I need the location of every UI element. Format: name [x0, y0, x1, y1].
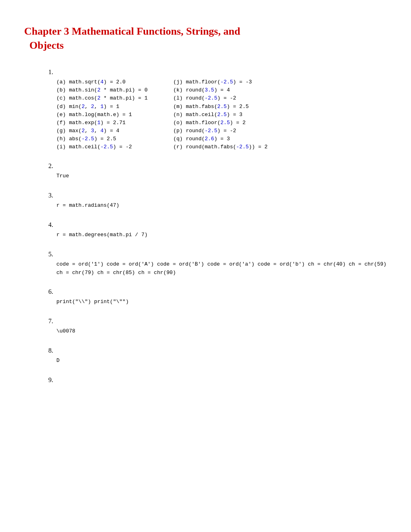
- problem-number-8: 8.: [48, 347, 387, 354]
- problem-number-6: 6.: [48, 288, 387, 295]
- problem-number-7: 7.: [48, 318, 387, 325]
- problem-2: 2. True: [48, 162, 387, 181]
- problem-9: 9.: [48, 376, 387, 384]
- problem-8: 8. D: [48, 347, 387, 365]
- chapter-title: Chapter 3 Mathematical Functions, String…: [24, 24, 387, 52]
- problem-3: 3. r = math.radians(47): [48, 192, 387, 210]
- problem-7-answer: \u0078: [56, 327, 387, 336]
- problem-number-3: 3.: [48, 192, 387, 199]
- problem-8-answer: D: [56, 357, 387, 365]
- problem-2-answer: True: [56, 172, 387, 181]
- problem-number-4: 4.: [48, 221, 387, 229]
- problem-6-answer: print("\\") print("\""): [56, 298, 387, 306]
- problem-4: 4. r = math.degrees(math.pi / 7): [48, 221, 387, 239]
- problem-3-answer: r = math.radians(47): [56, 202, 387, 210]
- problem-1: 1. (a) math.sqrt(4) = 2.0 (b) math.sin(2…: [48, 69, 387, 151]
- problem-4-answer: r = math.degrees(math.pi / 7): [56, 231, 387, 239]
- problem-number-2: 2.: [48, 162, 387, 170]
- problem-7: 7. \u0078: [48, 318, 387, 336]
- problem-1-col-right: (j) math.floor(-2.5) = -3 (k) round(3.5)…: [173, 78, 278, 151]
- problem-1-answer: (a) math.sqrt(4) = 2.0 (b) math.sin(2 * …: [48, 78, 387, 151]
- problem-number-9: 9.: [48, 376, 387, 384]
- problem-1-col-left: (a) math.sqrt(4) = 2.0 (b) math.sin(2 * …: [56, 78, 165, 151]
- problem-6: 6. print("\\") print("\""): [48, 288, 387, 306]
- problem-5-answer: code = ord('1') code = ord('A') code = o…: [56, 260, 387, 277]
- problem-number-5: 5.: [48, 251, 387, 258]
- problem-number-1: 1.: [48, 69, 387, 76]
- problem-5: 5. code = ord('1') code = ord('A') code …: [48, 251, 387, 277]
